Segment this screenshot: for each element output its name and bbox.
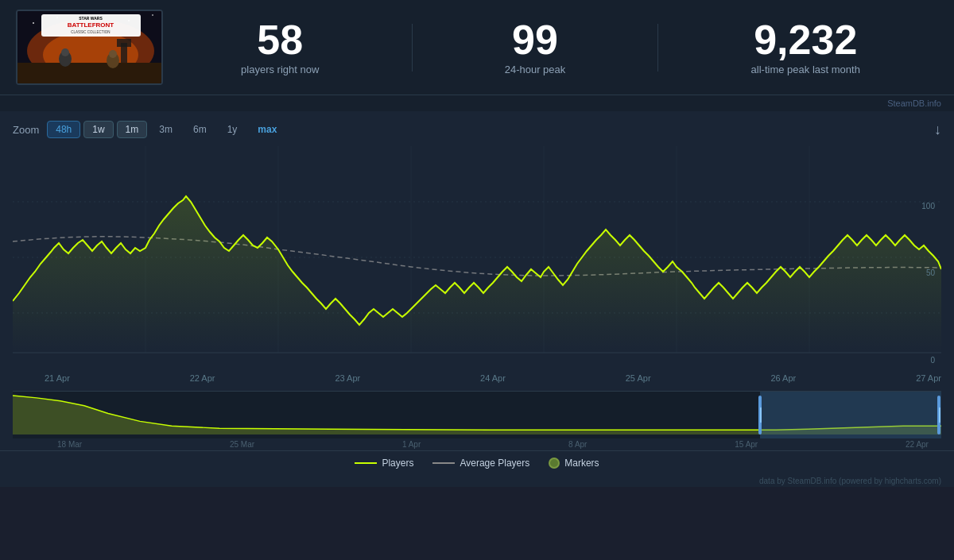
x-label-23apr: 23 Apr	[335, 373, 360, 383]
legend-players: Players	[355, 458, 413, 469]
mini-x-8apr: 8 Apr	[568, 440, 587, 449]
legend-players-label: Players	[382, 458, 413, 469]
x-label-24apr: 24 Apr	[480, 373, 506, 383]
mini-x-15apr: 15 Apr	[735, 440, 758, 449]
mini-chart-svg	[13, 392, 941, 438]
legend-markers-dot	[549, 458, 560, 469]
legend-avg-line	[432, 462, 455, 464]
zoom-3m[interactable]: 3m	[150, 121, 181, 138]
x-label-27apr: 27 Apr	[916, 373, 941, 383]
peak-24h-number: 99	[505, 19, 566, 60]
stat-alltime-peak: 9,232 all-time peak last month	[751, 19, 860, 75]
svg-point-15	[61, 48, 69, 56]
x-label-26apr: 26 Apr	[770, 373, 796, 383]
zoom-48h[interactable]: 48h	[47, 121, 80, 138]
y-axis-0: 0	[930, 356, 935, 365]
source-label: SteamDB.info	[0, 95, 954, 111]
current-players-label: players right now	[241, 64, 319, 75]
zoom-1m[interactable]: 1m	[117, 121, 148, 138]
svg-text:STAR WARS: STAR WARS	[79, 16, 103, 21]
zoom-max[interactable]: max	[249, 121, 285, 138]
zoom-controls: Zoom 48h 1w 1m 3m 6m 1y max ↓	[13, 121, 941, 138]
zoom-1w[interactable]: 1w	[83, 121, 113, 138]
y-axis-50: 50	[926, 268, 935, 277]
legend-players-line	[355, 462, 377, 464]
download-button[interactable]: ↓	[934, 122, 941, 138]
game-thumbnail: STAR WARS BATTLEFRONT CLASSIC COLLECTION	[16, 10, 163, 85]
current-players-number: 58	[241, 19, 319, 60]
alltime-peak-number: 9,232	[751, 19, 860, 60]
svg-text:CLASSIC COLLECTION: CLASSIC COLLECTION	[71, 30, 110, 34]
svg-rect-3	[17, 63, 163, 85]
x-label-25apr: 25 Apr	[626, 373, 651, 383]
y-axis-100: 100	[921, 202, 935, 210]
mini-x-25mar: 25 Mar	[230, 440, 254, 449]
svg-point-7	[152, 14, 153, 16]
mini-chart[interactable]	[13, 391, 941, 438]
legend-avg-label: Average Players	[460, 458, 529, 469]
svg-point-17	[109, 50, 117, 58]
main-chart: 100 50 0	[13, 146, 941, 369]
mini-x-1apr: 1 Apr	[402, 440, 421, 449]
x-label-22apr: 22 Apr	[190, 373, 215, 383]
svg-rect-34	[939, 407, 940, 423]
mini-x-18mar: 18 Mar	[57, 440, 82, 449]
svg-rect-9	[117, 39, 131, 47]
alltime-peak-label: all-time peak last month	[751, 64, 860, 75]
legend-markers: Markers	[549, 458, 599, 469]
mini-x-labels: 18 Mar 25 Mar 1 Apr 8 Apr 15 Apr 22 Apr	[13, 438, 941, 450]
peak-24h-label: 24-hour peak	[505, 64, 566, 75]
zoom-1y[interactable]: 1y	[219, 121, 246, 138]
svg-rect-30	[760, 392, 941, 438]
svg-rect-32	[760, 407, 762, 423]
attribution: data by SteamDB.info (powered by highcha…	[0, 475, 954, 487]
legend-avg-players: Average Players	[432, 458, 529, 469]
x-label-21apr: 21 Apr	[45, 373, 70, 383]
stats-container: 58 players right now 99 24-hour peak 9,2…	[163, 19, 938, 75]
mini-x-22apr: 22 Apr	[906, 440, 929, 449]
zoom-label: Zoom	[13, 124, 39, 136]
chart-container: Zoom 48h 1w 1m 3m 6m 1y max ↓	[0, 111, 954, 450]
stat-current-players: 58 players right now	[241, 19, 319, 75]
stat-24h-peak: 99 24-hour peak	[505, 19, 566, 75]
svg-point-4	[33, 22, 34, 24]
zoom-6m[interactable]: 6m	[184, 121, 215, 138]
header: STAR WARS BATTLEFRONT CLASSIC COLLECTION…	[0, 0, 954, 95]
svg-text:BATTLEFRONT: BATTLEFRONT	[68, 21, 114, 29]
legend: Players Average Players Markers	[0, 450, 954, 475]
stat-divider-2	[657, 24, 658, 71]
x-axis-labels: 21 Apr 22 Apr 23 Apr 24 Apr 25 Apr 26 Ap…	[13, 369, 941, 388]
legend-markers-label: Markers	[564, 458, 599, 469]
stat-divider-1	[412, 24, 413, 71]
main-chart-svg	[13, 146, 941, 369]
